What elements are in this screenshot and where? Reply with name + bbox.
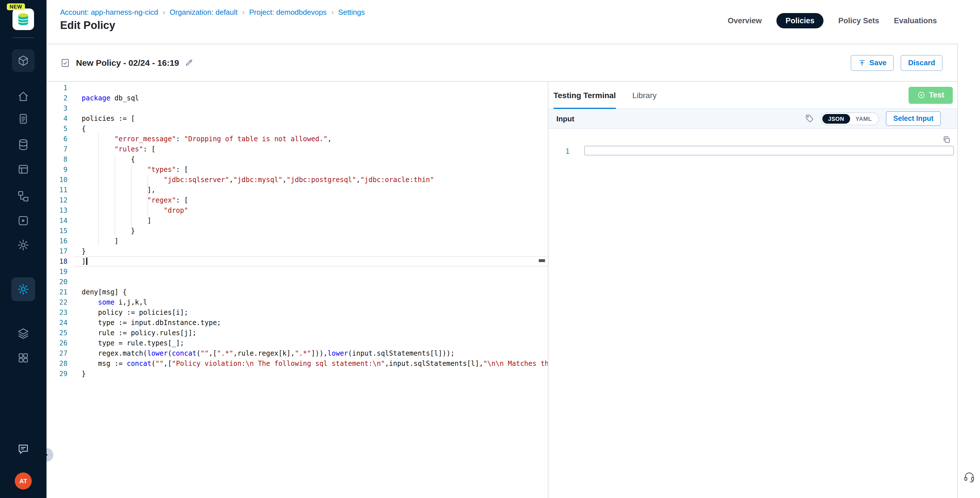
code-line[interactable]: 25 rule := policy.rules[j]; xyxy=(46,328,548,338)
sidebar-item-audits[interactable] xyxy=(17,163,30,175)
breadcrumb-project[interactable]: Project: demodbdevops xyxy=(249,8,327,16)
sidebar: NEW xyxy=(0,0,46,498)
code-line[interactable]: 5{ xyxy=(46,124,548,134)
gear-active-icon xyxy=(17,283,30,296)
code-line[interactable]: 24 type := input.dbInstance.type; xyxy=(46,318,548,328)
line-number: 27 xyxy=(46,348,74,358)
input-bar: Input JSON YAML Select Input xyxy=(549,109,957,129)
code-line[interactable]: 17} xyxy=(46,246,548,256)
code-line[interactable]: 20 xyxy=(46,277,548,287)
chat-icon xyxy=(17,443,30,455)
code-line[interactable]: 23 policy := policies[i]; xyxy=(46,307,548,318)
code-line[interactable]: 1 xyxy=(46,83,548,93)
format-json-option[interactable]: JSON xyxy=(822,114,850,123)
breadcrumb-separator-icon: › xyxy=(242,8,245,16)
discard-button[interactable]: Discard xyxy=(901,55,943,71)
line-number: 11 xyxy=(46,185,74,195)
save-label: Save xyxy=(869,59,887,67)
breadcrumb-separator-icon: › xyxy=(331,8,334,16)
code-line[interactable]: 22 some i,j,k,l xyxy=(46,297,548,307)
breadcrumb-separator-icon: › xyxy=(162,8,165,16)
code-line[interactable]: 9 "types": [ xyxy=(46,164,548,175)
tab-policies[interactable]: Policies xyxy=(776,13,824,29)
testing-panel: Testing Terminal Library Test xyxy=(549,82,957,498)
code-line-content: some i,j,k,l xyxy=(74,297,548,307)
code-line[interactable]: 26 type = rule.types[_]; xyxy=(46,338,548,348)
code-line[interactable]: 21deny[msg] { xyxy=(46,287,548,297)
code-line[interactable]: 12 "regex": [ xyxy=(46,195,548,205)
tab-library[interactable]: Library xyxy=(632,82,657,108)
line-number: 13 xyxy=(46,205,74,216)
code-line-content xyxy=(74,103,548,113)
code-line[interactable]: 3 xyxy=(46,103,548,113)
code-line[interactable]: 15 } xyxy=(46,226,548,236)
sidebar-item-databases[interactable] xyxy=(17,138,30,151)
database-icon xyxy=(17,138,30,151)
tab-evaluations[interactable]: Evaluations xyxy=(894,13,937,29)
copy-icon[interactable] xyxy=(942,135,951,144)
format-toggle[interactable]: JSON YAML xyxy=(821,112,879,125)
sidebar-item-account-settings[interactable] xyxy=(17,239,30,251)
code-line-content: "error_message": "Dropping of table is n… xyxy=(74,134,548,144)
avatar[interactable]: AT xyxy=(15,473,32,490)
breadcrumb-organization[interactable]: Organization: default xyxy=(170,8,238,16)
sidebar-item-records[interactable] xyxy=(17,112,30,125)
code-line[interactable]: 2package db_sql xyxy=(46,93,548,103)
code-line[interactable]: 16 ] xyxy=(46,236,548,246)
page-header: Account: app-harness-ng-cicd › Organizat… xyxy=(46,0,980,44)
sidebar-item-executions[interactable] xyxy=(17,215,30,227)
code-lines: 12package db_sql34policies := [5{6 "erro… xyxy=(46,83,548,379)
code-line[interactable]: 7 "rules": [ xyxy=(46,144,548,154)
code-line[interactable]: 8 { xyxy=(46,154,548,164)
sidebar-item-chat[interactable] xyxy=(17,443,30,455)
code-editor[interactable]: 12package db_sql34policies := [5{6 "erro… xyxy=(46,82,548,498)
page-title: Edit Policy xyxy=(60,19,115,32)
sidebar-item-home[interactable] xyxy=(17,90,30,103)
edit-pencil-icon[interactable] xyxy=(185,59,193,67)
sidebar-item-organizations[interactable] xyxy=(17,352,30,364)
code-line[interactable]: 13 "drop" xyxy=(46,205,548,216)
save-button[interactable]: Save xyxy=(851,55,894,71)
line-number: 19 xyxy=(46,267,74,277)
testing-panel-tabs: Testing Terminal Library Test xyxy=(549,82,957,109)
code-line[interactable]: 29} xyxy=(46,369,548,379)
support-headset-icon[interactable] xyxy=(963,471,975,483)
sidebar-item-layers[interactable] xyxy=(17,327,30,340)
code-line-content xyxy=(74,277,548,287)
input-value-field[interactable] xyxy=(584,146,954,156)
breadcrumb-account[interactable]: Account: app-harness-ng-cicd xyxy=(60,8,158,16)
line-number: 1 xyxy=(46,83,74,93)
code-line[interactable]: 18] xyxy=(46,256,548,267)
code-line-content: ], xyxy=(74,185,548,195)
code-line[interactable]: 10 "jdbc:sqlserver","jdbc:mysql","jdbc:p… xyxy=(46,175,548,185)
line-number: 24 xyxy=(46,318,74,328)
code-line[interactable]: 11 ], xyxy=(46,185,548,195)
code-line-content: } xyxy=(74,246,548,256)
format-yaml-option[interactable]: YAML xyxy=(850,114,877,123)
harness-logo[interactable] xyxy=(13,8,34,30)
code-line[interactable]: 4policies := [ xyxy=(46,113,548,124)
discard-label: Discard xyxy=(908,59,935,67)
select-input-button[interactable]: Select Input xyxy=(886,111,941,126)
line-number: 15 xyxy=(46,226,74,236)
test-button[interactable]: Test xyxy=(908,86,953,103)
sidebar-item-settings-active[interactable] xyxy=(11,277,35,301)
code-line[interactable]: 19 xyxy=(46,267,548,277)
tag-icon[interactable] xyxy=(805,114,814,123)
clipboard-icon xyxy=(17,112,30,125)
code-line[interactable]: 27 regex.match(lower(concat("",[".*",rul… xyxy=(46,348,548,358)
tab-overview[interactable]: Overview xyxy=(728,13,762,29)
code-line[interactable]: 6 "error_message": "Dropping of table is… xyxy=(46,134,548,144)
input-editor[interactable]: 1 xyxy=(549,129,957,498)
input-section-label: Input xyxy=(556,114,574,123)
grid-icon xyxy=(17,352,30,364)
sidebar-item-hierarchy[interactable] xyxy=(17,190,30,202)
breadcrumb-settings[interactable]: Settings xyxy=(338,8,365,16)
code-line-content: "types": [ xyxy=(74,164,548,175)
app-window: NEW xyxy=(0,0,980,498)
sidebar-item-module[interactable] xyxy=(12,49,35,72)
tab-testing-terminal[interactable]: Testing Terminal xyxy=(554,82,616,108)
tab-policy-sets[interactable]: Policy Sets xyxy=(838,13,879,29)
code-line[interactable]: 28 msg := concat("",["Policy violation:\… xyxy=(46,358,548,369)
code-line[interactable]: 14 ] xyxy=(46,216,548,226)
